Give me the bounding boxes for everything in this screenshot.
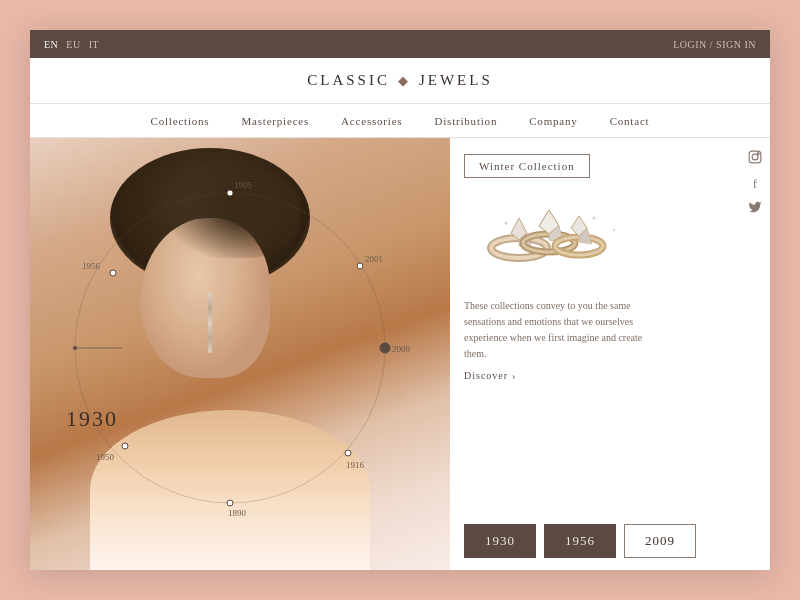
discover-link[interactable]: Discover › (464, 370, 752, 381)
timeline-svg: 1905 1956 2001 2009 1950 (30, 138, 450, 570)
svg-point-33 (593, 217, 596, 220)
arrow-icon: › (512, 370, 516, 381)
svg-point-34 (613, 229, 615, 231)
svg-point-3 (110, 270, 116, 276)
svg-point-10 (73, 346, 77, 350)
language-group: EN EU IT (44, 39, 99, 50)
svg-point-15 (227, 500, 233, 506)
svg-point-11 (122, 443, 128, 449)
brand-title: CLASSIC ◆ JEWELS (307, 72, 493, 89)
brand-name-right: JEWELS (419, 72, 493, 89)
description-text: These collections convey to you the same… (464, 298, 664, 362)
lang-en[interactable]: EN (44, 39, 58, 50)
svg-text:1916: 1916 (346, 460, 365, 470)
year-btn-2009[interactable]: 2009 (624, 524, 696, 558)
svg-point-18 (752, 154, 758, 160)
nav-contact[interactable]: Contact (610, 115, 650, 127)
twitter-icon[interactable] (748, 200, 762, 217)
collection-badge: Winter Collection (464, 154, 590, 178)
diamond-icon: ◆ (398, 73, 411, 89)
nav-masterpieces[interactable]: Masterpieces (241, 115, 309, 127)
login-button[interactable]: LOGIN / SIGN IN (673, 39, 756, 50)
timeline-circle-container: 1905 1956 2001 2009 1950 (30, 138, 450, 570)
nav-collections[interactable]: Collections (151, 115, 210, 127)
rings-svg (464, 188, 634, 288)
main-content: Newsletter (30, 138, 770, 570)
discover-label: Discover (464, 370, 508, 381)
lang-it[interactable]: IT (89, 39, 99, 50)
svg-text:1950: 1950 (96, 452, 115, 462)
year-btn-1956[interactable]: 1956 (544, 524, 616, 558)
svg-point-7 (380, 343, 390, 353)
year-buttons: 1930 1956 2009 (464, 524, 752, 558)
social-icons: f (748, 150, 762, 217)
nav-company[interactable]: Company (529, 115, 577, 127)
nav-distribution[interactable]: Distribution (434, 115, 497, 127)
nav-accessories[interactable]: Accessories (341, 115, 402, 127)
svg-point-1 (227, 190, 233, 196)
svg-text:2009: 2009 (392, 344, 411, 354)
year-1930-label: 1930 (66, 406, 118, 432)
instagram-icon[interactable] (748, 150, 762, 167)
svg-point-32 (505, 222, 508, 225)
svg-text:1956: 1956 (82, 261, 101, 271)
svg-text:2001: 2001 (365, 254, 383, 264)
main-nav: Collections Masterpieces Accessories Dis… (30, 104, 770, 138)
svg-text:1905: 1905 (234, 180, 253, 190)
brand-name-left: CLASSIC (307, 72, 390, 89)
svg-point-5 (357, 263, 363, 269)
main-window: EN EU IT LOGIN / SIGN IN CLASSIC ◆ JEWEL… (30, 30, 770, 570)
facebook-icon[interactable]: f (748, 177, 762, 190)
lang-eu[interactable]: EU (66, 39, 80, 50)
left-area: 1905 1956 2001 2009 1950 (30, 138, 450, 570)
svg-point-13 (345, 450, 351, 456)
top-bar: EN EU IT LOGIN / SIGN IN (30, 30, 770, 58)
svg-text:1890: 1890 (228, 508, 247, 518)
header: CLASSIC ◆ JEWELS (30, 58, 770, 104)
year-btn-1930[interactable]: 1930 (464, 524, 536, 558)
rings-image (464, 188, 634, 288)
right-area: f Winter Collection (450, 138, 770, 570)
svg-point-19 (757, 153, 759, 155)
